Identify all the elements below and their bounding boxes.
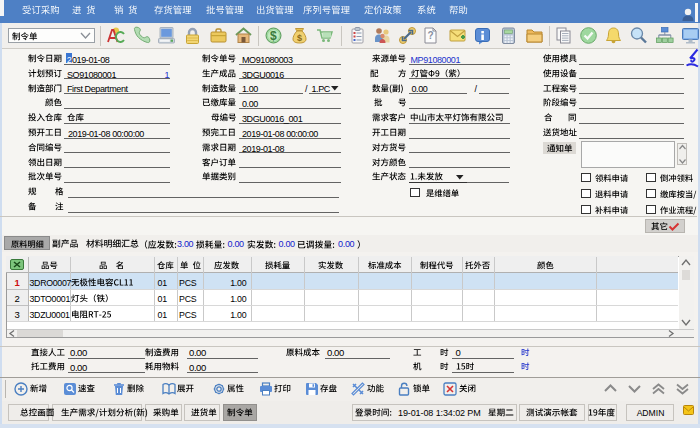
svg-text:$: $ (270, 29, 277, 43)
svg-text:$: $ (297, 33, 302, 43)
svg-text:?: ? (428, 30, 434, 41)
